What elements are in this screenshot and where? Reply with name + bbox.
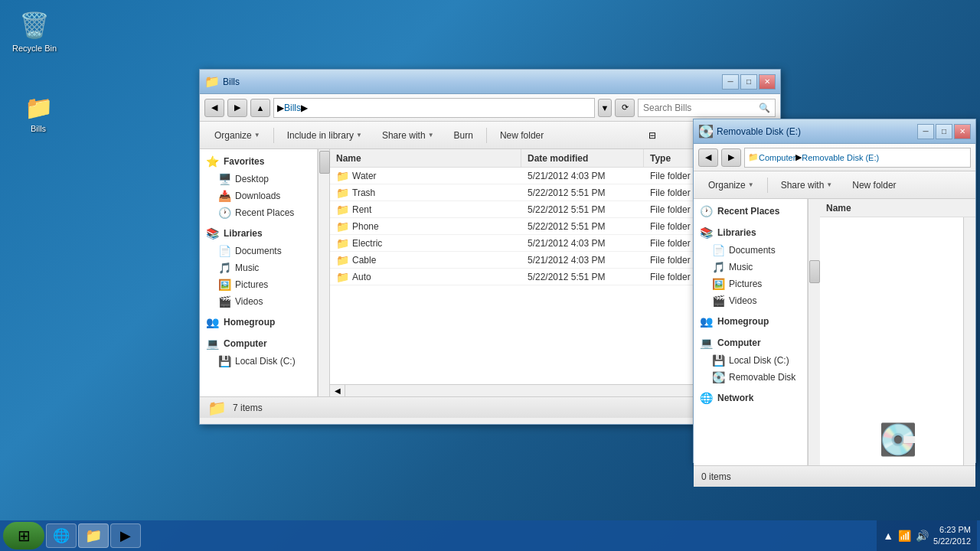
removable-libraries-header[interactable]: 📚 Libraries bbox=[694, 223, 807, 242]
taskbar-media[interactable]: ▶ bbox=[110, 523, 141, 548]
bills-back-button[interactable]: ◀ bbox=[204, 99, 224, 117]
bills-address-bar: ◀ ▶ ▲ ▶ Bills ▶ ▼ ⟳ 🔍 bbox=[200, 94, 780, 122]
bills-desktop-icon[interactable]: 📁 Bills bbox=[11, 92, 65, 133]
favorites-label: Favorites bbox=[224, 156, 264, 167]
recycle-bin-image: 🗑️ bbox=[19, 8, 50, 42]
bills-share-with-button[interactable]: Share with ▼ bbox=[374, 125, 443, 146]
nav-homegroup-header[interactable]: 👥 Homegroup bbox=[200, 313, 317, 331]
desktop-nav-icon: 🖥️ bbox=[218, 173, 231, 185]
removable-nav-local-disk[interactable]: 💾 Local Disk (C:) bbox=[694, 352, 807, 369]
removable-files-scrollbar[interactable] bbox=[963, 217, 975, 465]
removable-homegroup-header[interactable]: 👥 Homegroup bbox=[694, 312, 807, 331]
removable-nav-docs[interactable]: 📄 Documents bbox=[694, 242, 807, 259]
bills-breadcrumb[interactable]: ▶ Bills ▶ bbox=[273, 98, 595, 118]
removable-forward-button[interactable]: ▶ bbox=[721, 148, 741, 167]
file-name-cable: 📁 Cable bbox=[330, 254, 521, 266]
tray-arrow-icon[interactable]: ▲ bbox=[883, 530, 893, 542]
removable-minimize-button[interactable]: ─ bbox=[917, 124, 934, 139]
breadcrumb-path-text: ▶ bbox=[277, 103, 284, 113]
bills-view-toggle[interactable]: ⊟ bbox=[642, 125, 663, 146]
removable-libraries-label: Libraries bbox=[717, 227, 756, 238]
bills-search-input[interactable] bbox=[643, 103, 759, 113]
nav-item-recent-places[interactable]: 🕐 Recent Places bbox=[200, 204, 317, 221]
desktop: 🗑️ Recycle Bin 📁 Bills 📁 Bills ─ □ ✕ ◀ ▶… bbox=[0, 0, 980, 551]
taskbar-explorer[interactable]: 📁 bbox=[78, 523, 109, 548]
removable-scroll-thumb[interactable] bbox=[809, 260, 820, 283]
removable-nav-pane: 🕐 Recent Places 📚 Libraries 📄 Documents bbox=[694, 199, 808, 465]
nav-scroll-thumb[interactable] bbox=[319, 151, 330, 174]
removable-breadcrumb[interactable]: 📁 Computer ▶ Removable Disk (E:) bbox=[744, 148, 971, 168]
nav-item-pictures[interactable]: 🖼️ Pictures bbox=[200, 276, 317, 293]
removable-window: 💽 Removable Disk (E:) ─ □ ✕ ◀ ▶ 📁 Comput… bbox=[693, 119, 976, 463]
nav-item-videos[interactable]: 🎬 Videos bbox=[200, 293, 317, 310]
bills-forward-button[interactable]: ▶ bbox=[227, 99, 247, 117]
nav-item-downloads[interactable]: 📥 Downloads bbox=[200, 187, 317, 204]
bills-burn-button[interactable]: Burn bbox=[446, 125, 482, 146]
bills-nav-panel: ⭐ Favorites 🖥️ Desktop 📥 Downloads � bbox=[200, 149, 330, 396]
nav-item-local-disk[interactable]: 💾 Local Disk (C:) bbox=[200, 353, 317, 370]
recycle-bin-icon[interactable]: 🗑️ Recycle Bin bbox=[8, 8, 61, 53]
removable-nav-videos[interactable]: 🎬 Videos bbox=[694, 292, 807, 309]
col-header-name[interactable]: Name bbox=[330, 149, 521, 167]
removable-computer-header[interactable]: 💻 Computer bbox=[694, 334, 807, 352]
status-folder-icon: 📁 bbox=[207, 399, 227, 417]
bills-minimize-button[interactable]: ─ bbox=[722, 74, 739, 90]
toolbar-separator-2 bbox=[486, 128, 487, 143]
nav-item-desktop[interactable]: 🖥️ Desktop bbox=[200, 171, 317, 187]
removable-nav-removable-disk[interactable]: 💽 Removable Disk bbox=[694, 369, 807, 386]
nav-scrollbar[interactable] bbox=[318, 149, 330, 396]
removable-close-button[interactable]: ✕ bbox=[954, 124, 971, 139]
removable-status-bar: 0 items bbox=[694, 465, 975, 487]
removable-docs-label: Documents bbox=[729, 245, 776, 256]
taskbar: ⊞ 🌐 📁 ▶ ▲ 📶 🔊 6:23 PM 5/22/2012 bbox=[0, 520, 980, 551]
videos-label: Videos bbox=[235, 296, 263, 307]
nav-libraries-header[interactable]: 📚 Libraries bbox=[200, 224, 317, 243]
removable-nav-libraries: 📚 Libraries 📄 Documents 🎵 Music 🖼️ bbox=[694, 223, 807, 309]
removable-content: 🕐 Recent Places 📚 Libraries 📄 Documents bbox=[694, 199, 975, 465]
downloads-nav-icon: 📥 bbox=[218, 190, 231, 202]
bills-close-button[interactable]: ✕ bbox=[759, 74, 776, 90]
bills-organize-button[interactable]: Organize ▼ bbox=[206, 125, 269, 146]
removable-computer-label: Computer bbox=[717, 337, 761, 348]
bills-include-library-button[interactable]: Include in library ▼ bbox=[279, 125, 371, 146]
nav-item-music[interactable]: 🎵 Music bbox=[200, 259, 317, 276]
nav-item-documents[interactable]: 📄 Documents bbox=[200, 243, 317, 259]
taskbar-ie[interactable]: 🌐 bbox=[46, 523, 77, 548]
removable-share-button[interactable]: Share with ▼ bbox=[773, 174, 841, 196]
removable-nav-panel: 🕐 Recent Places 📚 Libraries 📄 Documents bbox=[694, 199, 820, 465]
removable-new-folder-button[interactable]: New folder bbox=[844, 174, 904, 196]
nav-favorites-header[interactable]: ⭐ Favorites bbox=[200, 152, 317, 171]
removable-recent-header[interactable]: 🕐 Recent Places bbox=[694, 202, 807, 220]
folder-icon-cable: 📁 bbox=[336, 254, 349, 266]
tray-network-icon[interactable]: 📶 bbox=[898, 530, 911, 542]
start-button[interactable]: ⊞ bbox=[3, 522, 44, 549]
breadcrumb-comp-icon: 📁 bbox=[748, 152, 759, 162]
pictures-icon: 🖼️ bbox=[218, 279, 231, 291]
removable-network-header[interactable]: 🌐 Network bbox=[694, 389, 807, 407]
bills-maximize-button[interactable]: □ bbox=[740, 74, 757, 90]
h-scroll-left[interactable]: ◀ bbox=[330, 385, 345, 396]
file-name-auto: 📁 Auto bbox=[330, 271, 521, 283]
tray-volume-icon[interactable]: 🔊 bbox=[916, 530, 929, 542]
removable-local-disk-icon: 💾 bbox=[712, 354, 725, 367]
bills-title-bar: 📁 Bills ─ □ ✕ bbox=[200, 70, 780, 94]
removable-maximize-button[interactable]: □ bbox=[936, 124, 952, 139]
bills-new-folder-button[interactable]: New folder bbox=[492, 125, 552, 146]
bills-refresh-button[interactable]: ⟳ bbox=[615, 99, 635, 117]
recycle-bin-label: Recycle Bin bbox=[12, 44, 57, 53]
nav-computer-header[interactable]: 💻 Computer bbox=[200, 334, 317, 353]
bills-path-dropdown[interactable]: ▼ bbox=[598, 99, 612, 117]
col-header-date[interactable]: Date modified bbox=[521, 149, 644, 167]
removable-organize-button[interactable]: Organize ▼ bbox=[700, 174, 763, 196]
removable-col-header-name[interactable]: Name bbox=[820, 199, 975, 217]
removable-back-button[interactable]: ◀ bbox=[698, 148, 718, 167]
desktop-nav-label: Desktop bbox=[235, 174, 269, 184]
removable-nav-music[interactable]: 🎵 Music bbox=[694, 259, 807, 276]
folder-icon-rent: 📁 bbox=[336, 204, 349, 216]
tray-time[interactable]: 6:23 PM 5/22/2012 bbox=[933, 524, 971, 548]
bills-up-button[interactable]: ▲ bbox=[250, 99, 270, 117]
bills-window-icon: 📁 bbox=[204, 74, 220, 89]
file-name-water: 📁 Water bbox=[330, 170, 521, 182]
removable-nav-scrollbar[interactable] bbox=[808, 199, 820, 465]
removable-nav-pictures[interactable]: 🖼️ Pictures bbox=[694, 276, 807, 292]
